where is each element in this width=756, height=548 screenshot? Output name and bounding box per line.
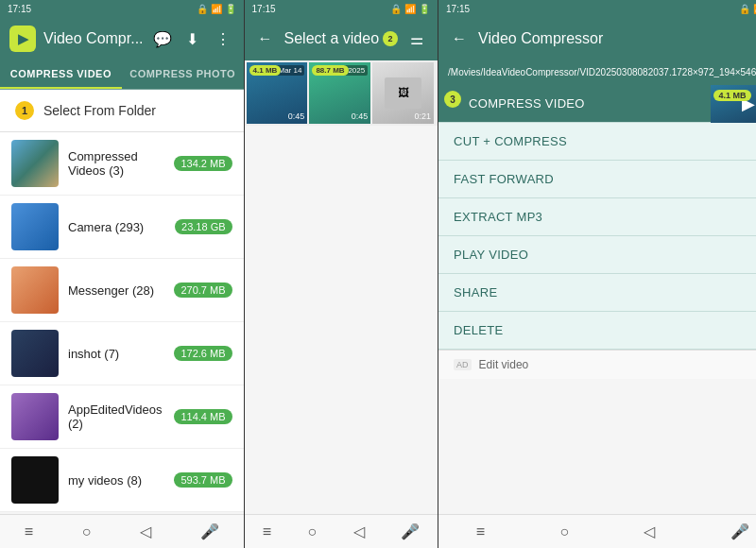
folder-item[interactable]: AppEditedVideos (2) 114.4 MB [0, 385, 244, 449]
ad-label: AD [454, 359, 472, 370]
action-button-fast-forward[interactable]: FAST FORWARD [438, 161, 756, 198]
sim-icon-3: 🔒 [739, 4, 750, 14]
app-title: Video Compr... [43, 30, 144, 47]
edit-video-link[interactable]: Edit video [479, 358, 529, 371]
video-size-badge: 88.7 MB [312, 65, 348, 76]
menu-nav-icon[interactable]: ≡ [25, 523, 33, 540]
folder-item[interactable]: Compressed Videos (3) 134.2 MB [0, 132, 244, 196]
folder-item[interactable]: Camera (293) 23.18 GB [0, 196, 244, 259]
bottom-nav-1: ≡ ○ ◁ 🎤 [0, 514, 244, 548]
tab-compress-video[interactable]: COMPRESS VIDEO [0, 60, 122, 89]
ad-row: AD Edit video [438, 350, 756, 379]
video-thumb-item[interactable]: 3/16/202588.7 MB0:45 [309, 62, 370, 124]
back-nav-icon[interactable]: ◁ [140, 522, 151, 540]
content-1: 1 Select From Folder Compressed Videos (… [0, 90, 244, 514]
action-button-delete[interactable]: DELETE [438, 312, 756, 350]
video-size-badge: 4.1 MB [713, 90, 750, 101]
action-list: CUT + COMPRESSFAST FORWARDEXTRACT MP3PLA… [438, 123, 756, 350]
folder-info: my videos (8) [68, 473, 164, 488]
folder-info: AppEditedVideos (2) [68, 402, 164, 431]
home-nav-icon-2[interactable]: ○ [307, 523, 317, 540]
video-preview-thumb: 4.1 MB ▶ 0:45 [711, 85, 756, 123]
video-thumb-item[interactable]: Mar 144.1 MB0:45 [247, 62, 308, 124]
video-duration: 0:45 [352, 111, 369, 121]
select-folder-label: Select From Folder [43, 103, 156, 118]
battery-icon-2: 🔋 [419, 4, 430, 14]
folder-info: Compressed Videos (3) [68, 149, 164, 178]
app-bar-3: ← Video Compressor [438, 17, 756, 60]
back-arrow-icon-3[interactable]: ← [448, 27, 471, 50]
folder-size: 114.4 MB [174, 409, 232, 424]
panel-3: 17:15 🔒 📶 🔋 ← Video Compressor /Movies/I… [438, 0, 756, 548]
content-2: Mar 144.1 MB0:453/16/202588.7 MB0:45🖼0:2… [245, 60, 438, 514]
menu-nav-icon-3[interactable]: ≡ [476, 523, 485, 540]
filter-icon[interactable]: ⚌ [405, 27, 428, 50]
folder-info: Camera (293) [68, 220, 165, 234]
content-3: 3 COMPRESS VIDEO 4.1 MB ▶ 0:45 CUT + COM… [438, 85, 756, 514]
wifi-icon-2: 📶 [404, 4, 416, 14]
status-time-2: 17:15 [252, 4, 276, 14]
video-grid: Mar 144.1 MB0:453/16/202588.7 MB0:45🖼0:2… [245, 60, 438, 126]
compress-video-button[interactable]: COMPRESS VIDEO [438, 85, 711, 123]
select-folder-badge: 1 [15, 101, 34, 120]
folder-thumb [11, 456, 59, 504]
folder-thumb [11, 203, 59, 250]
folder-size: 172.6 MB [174, 346, 232, 361]
download-icon[interactable]: ⬇ [181, 27, 204, 50]
folder-size: 134.2 MB [174, 156, 232, 171]
folder-item[interactable]: Messenger (28) 270.7 MB [0, 259, 244, 322]
menu-nav-icon-2[interactable]: ≡ [263, 523, 271, 540]
home-nav-icon[interactable]: ○ [82, 523, 92, 540]
bottom-nav-3: ≡ ○ ◁ 🎤 [438, 514, 756, 548]
action-button-extract-mp3[interactable]: EXTRACT MP3 [438, 198, 756, 236]
status-icons-3: 🔒 📶 🔋 [739, 4, 756, 14]
folder-item[interactable]: my videos (8) 593.7 MB [0, 449, 244, 512]
tab-compress-photo[interactable]: COMPRESS PHOTO [122, 60, 244, 89]
folder-item[interactable]: inshot (7) 172.6 MB [0, 322, 244, 385]
tab-bar-1: COMPRESS VIDEO COMPRESS PHOTO [0, 60, 244, 90]
wifi-icon: 📶 [211, 4, 222, 14]
folder-name: Compressed Videos (3) [68, 149, 164, 178]
select-video-title: Select a video [284, 30, 380, 47]
panel2-badge: 2 [383, 31, 398, 46]
panel-1: 17:15 🔒 📶 🔋 ▶ Video Compr... 💬 ⬇ ⋮ COMPR… [0, 0, 245, 548]
select-video-title-wrap: Select a video 2 [284, 30, 399, 47]
mic-nav-icon-2[interactable]: 🎤 [401, 522, 420, 540]
compress-video-row: 3 COMPRESS VIDEO 4.1 MB ▶ 0:45 [438, 85, 756, 123]
back-arrow-icon[interactable]: ← [254, 27, 277, 50]
video-size-badge: 4.1 MB [249, 65, 282, 76]
app-logo: ▶ [9, 26, 36, 52]
back-nav-icon-3[interactable]: ◁ [644, 522, 655, 540]
compressor-title: Video Compressor [478, 30, 756, 47]
file-path-text: /Movies/IdeaVideoCompressor/VID202503080… [448, 67, 756, 77]
status-bar-3: 17:15 🔒 📶 🔋 [438, 0, 756, 17]
status-time-3: 17:15 [446, 4, 470, 14]
select-folder-button[interactable]: 1 Select From Folder [0, 90, 244, 132]
status-time-1: 17:15 [8, 4, 31, 14]
folder-info: Messenger (28) [68, 283, 164, 298]
mic-nav-icon[interactable]: 🎤 [200, 522, 219, 540]
folder-list: Compressed Videos (3) 134.2 MB Camera (2… [0, 132, 244, 512]
home-nav-icon-3[interactable]: ○ [559, 523, 569, 540]
action-button-cut-+-compress[interactable]: CUT + COMPRESS [438, 123, 756, 161]
more-icon[interactable]: ⋮ [212, 27, 234, 50]
battery-icon: 🔋 [225, 4, 236, 14]
mic-nav-icon-3[interactable]: 🎤 [730, 522, 749, 540]
folder-size: 593.7 MB [174, 472, 232, 488]
bottom-nav-2: ≡ ○ ◁ 🎤 [245, 514, 438, 548]
folder-name: Messenger (28) [68, 283, 164, 298]
panel3-badge: 3 [444, 91, 461, 108]
folder-thumb [11, 266, 59, 314]
folder-name: my videos (8) [68, 473, 164, 488]
chat-icon[interactable]: 💬 [151, 27, 174, 50]
action-button-play-video[interactable]: PLAY VIDEO [438, 236, 756, 274]
status-bar-2: 17:15 🔒 📶 🔋 [245, 0, 438, 17]
folder-name: AppEditedVideos (2) [68, 402, 164, 431]
status-bar-1: 17:15 🔒 📶 🔋 [0, 0, 244, 17]
status-icons-1: 🔒 📶 🔋 [197, 4, 236, 14]
video-thumb-item[interactable]: 🖼0:21 [372, 62, 434, 124]
file-path-bar: /Movies/IdeaVideoCompressor/VID202503080… [438, 60, 756, 85]
action-button-share[interactable]: SHARE [438, 274, 756, 312]
back-nav-icon-2[interactable]: ◁ [353, 522, 365, 540]
folder-thumb [11, 140, 59, 187]
